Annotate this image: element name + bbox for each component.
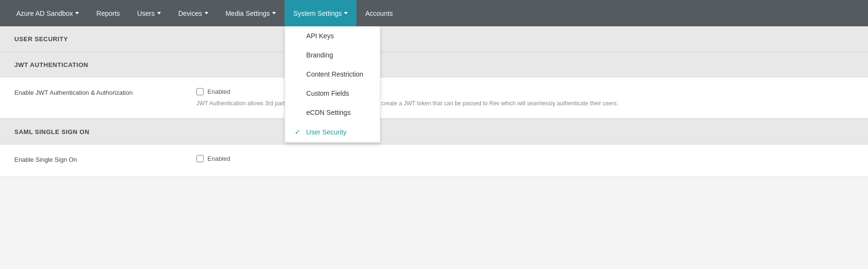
user-security-section-header: USER SECURITY: [0, 26, 868, 52]
nav-item-system-settings[interactable]: System Settings API Keys Branding Conten…: [285, 0, 356, 26]
jwt-section-header: JWT AUTHENTICATION: [0, 52, 868, 78]
brand-caret-icon: [75, 12, 79, 14]
branding-label: Branding: [306, 51, 333, 59]
devices-label: Devices: [178, 10, 202, 17]
saml-section-header: SAML SINGLE SIGN ON: [0, 119, 868, 145]
api-keys-label: API Keys: [306, 32, 334, 40]
nav-item-reports[interactable]: Reports: [88, 0, 128, 26]
users-caret-icon: [157, 12, 161, 14]
saml-setting-label: Enable Single Sign On: [14, 155, 196, 163]
saml-setting-row: Enable Single Sign On Enabled: [0, 145, 868, 177]
user-security-check-icon: ✓: [295, 128, 303, 136]
nav-brand[interactable]: Azure AD Sandbox: [8, 0, 88, 26]
saml-checkbox-row: Enabled: [196, 155, 854, 162]
dropdown-item-api-keys[interactable]: API Keys: [285, 26, 380, 45]
user-security-label: User Security: [306, 128, 346, 136]
system-settings-caret-icon: [344, 12, 348, 14]
dropdown-item-user-security[interactable]: ✓ User Security: [285, 122, 380, 142]
dropdown-item-branding[interactable]: Branding: [285, 45, 380, 65]
nav-item-devices[interactable]: Devices: [170, 0, 217, 26]
jwt-enabled-checkbox[interactable]: [196, 88, 204, 95]
ecdn-settings-label: eCDN Settings: [306, 109, 351, 116]
dropdown-item-ecdn-settings[interactable]: eCDN Settings: [285, 103, 380, 122]
accounts-label: Accounts: [365, 10, 393, 17]
dropdown-item-custom-fields[interactable]: Custom Fields: [285, 84, 380, 103]
jwt-title: JWT AUTHENTICATION: [14, 61, 88, 68]
nav-item-users[interactable]: Users: [128, 0, 170, 26]
brand-label: Azure AD Sandbox: [16, 10, 73, 17]
jwt-description: JWT Authentication allows 3rd party deve…: [196, 99, 628, 108]
jwt-enabled-label: Enabled: [207, 88, 230, 95]
media-settings-caret-icon: [272, 12, 276, 14]
navbar: Azure AD Sandbox Reports Users Devices M…: [0, 0, 868, 26]
saml-title: SAML SINGLE SIGN ON: [14, 128, 90, 135]
system-settings-label: System Settings: [293, 10, 342, 17]
jwt-setting-label: Enable JWT Authentication & Authorizatio…: [14, 88, 196, 96]
nav-item-media-settings[interactable]: Media Settings: [217, 0, 285, 26]
system-settings-dropdown: API Keys Branding Content Restriction Cu…: [285, 26, 380, 143]
saml-setting-control: Enabled: [196, 155, 854, 166]
nav-item-accounts[interactable]: Accounts: [356, 0, 401, 26]
saml-section-body: Enable Single Sign On Enabled: [0, 145, 868, 177]
content-restriction-label: Content Restriction: [306, 70, 363, 78]
jwt-section-body: Enable JWT Authentication & Authorizatio…: [0, 78, 868, 119]
dropdown-item-content-restriction[interactable]: Content Restriction: [285, 65, 380, 84]
reports-label: Reports: [96, 10, 120, 17]
devices-caret-icon: [205, 12, 208, 14]
users-label: Users: [137, 10, 155, 17]
media-settings-label: Media Settings: [226, 10, 270, 17]
main-content: USER SECURITY JWT AUTHENTICATION Enable …: [0, 26, 868, 269]
custom-fields-label: Custom Fields: [306, 90, 349, 97]
saml-enabled-checkbox[interactable]: [196, 155, 204, 162]
jwt-setting-row: Enable JWT Authentication & Authorizatio…: [0, 78, 868, 118]
saml-enabled-label: Enabled: [207, 155, 230, 162]
user-security-title: USER SECURITY: [14, 35, 68, 43]
